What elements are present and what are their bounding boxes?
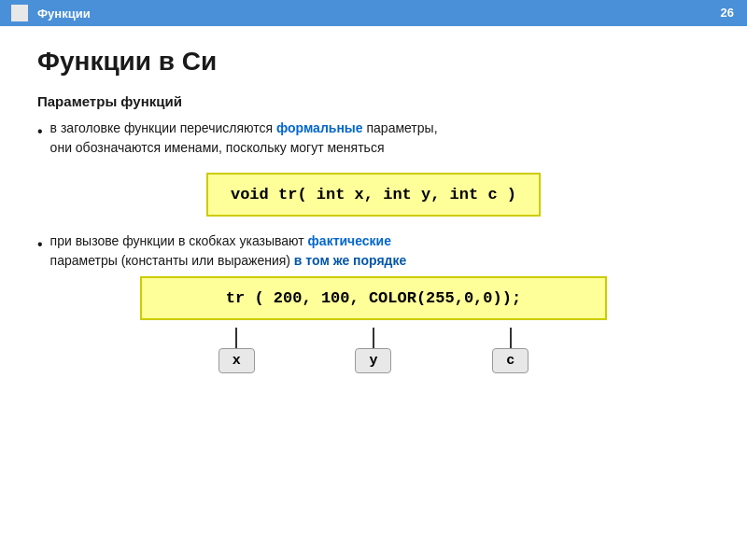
labels-row: x y c [140, 328, 607, 373]
diagram-wrapper: tr ( 200, 100, COLOR(255,0,0)); x y c [140, 276, 607, 373]
arrow-y [373, 328, 374, 348]
bullet-item-2: • при вызове функции в скобках указывают… [37, 231, 710, 271]
top-bar-icon [11, 5, 28, 21]
label-x: x [218, 348, 255, 373]
arrow-c [510, 328, 512, 348]
bullet2-highlight2: в том же порядке [294, 253, 406, 268]
bullet2-text-mid: параметры (константы или выражения) [50, 253, 294, 268]
slide-number: 26 [721, 6, 734, 20]
slide-title: Функции в Си [37, 47, 710, 77]
bullet1-highlight: формальные [276, 120, 363, 135]
code-box-1-container: void tr( int x, int y, int c ) [37, 173, 710, 217]
bullet1-text-before: в заголовке функции перечисляются [50, 120, 276, 135]
bullet2-highlight: фактические [308, 233, 391, 248]
bullet-icon-1: • [37, 120, 43, 143]
label-c: c [492, 348, 529, 373]
bullet-icon-2: • [37, 233, 43, 256]
bullet-text-1: в заголовке функции перечисляются формал… [50, 119, 710, 158]
diagram-area: tr ( 200, 100, COLOR(255,0,0)); x y c [37, 276, 710, 373]
section-header: Параметры функций [37, 93, 710, 109]
top-bar: Функции [0, 0, 747, 26]
code-box-1: void tr( int x, int y, int c ) [206, 173, 541, 217]
label-item-c: c [492, 328, 529, 373]
bullet-item-1: • в заголовке функции перечисляются форм… [37, 119, 710, 158]
label-y: y [355, 348, 391, 373]
code-box-2: tr ( 200, 100, COLOR(255,0,0)); [140, 276, 607, 320]
slide-content: Функции в Си Параметры функций • в загол… [0, 26, 747, 388]
bullet-text-2: при вызове функции в скобках указывают ф… [50, 231, 710, 271]
arrow-x [235, 328, 237, 348]
label-item-x: x [218, 328, 255, 373]
bullet2-text-before: при вызове функции в скобках указывают [50, 233, 308, 248]
label-item-y: y [355, 328, 391, 373]
top-bar-title: Функции [37, 7, 91, 21]
